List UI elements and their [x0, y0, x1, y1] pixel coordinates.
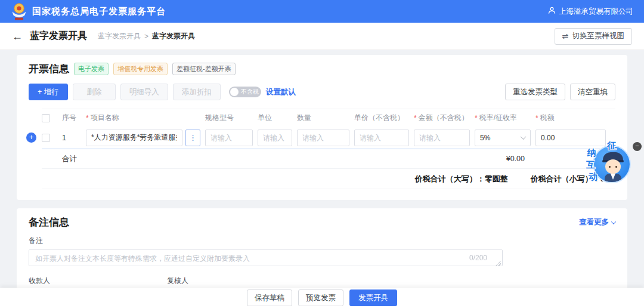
- add-row-label: 增行: [44, 88, 59, 96]
- clear-refill-button[interactable]: 清空重填: [570, 84, 615, 100]
- tag-electronic-invoice: 电子发票: [74, 63, 109, 75]
- sum-row: 价税合计（大写）：零圆整 价税合计（小写）：0.00: [42, 169, 615, 189]
- tax-excluded-toggle[interactable]: 不含税: [229, 87, 261, 97]
- header-item-name: *项目名称: [86, 113, 205, 123]
- switch-view-button[interactable]: ⇌ 切换至票样视图: [555, 28, 632, 45]
- add-discount-button[interactable]: 添加折扣: [173, 84, 221, 100]
- required-mark: *: [535, 114, 538, 122]
- account-menu[interactable]: 上海溢承贸易有限公司: [548, 7, 633, 17]
- delete-button[interactable]: 删除: [73, 84, 116, 100]
- payee-label: 收款人: [29, 276, 167, 286]
- tax-emblem-icon: [11, 2, 27, 20]
- plus-icon: +: [38, 88, 42, 96]
- company-name: 上海溢承贸易有限公司: [559, 7, 633, 17]
- tax-amount-input[interactable]: [535, 130, 606, 146]
- page: 国家税务总局电子发票服务平台 上海溢承贸易有限公司 ← 蓝字发票开具 蓝字发票开…: [0, 0, 644, 308]
- header-unit: 单位: [258, 113, 297, 123]
- widget-char: 纳: [587, 147, 596, 159]
- chevron-down-icon: [611, 219, 616, 224]
- items-toolbar: + 增行 删除 明细导入 添加折扣 不含税 设置默认 重选发票类型 清空重填: [29, 84, 615, 100]
- breadcrumb-separator: >: [144, 32, 148, 41]
- item-name-input[interactable]: [86, 130, 182, 146]
- toggle-label: 不含税: [241, 88, 259, 96]
- brand: 国家税务总局电子发票服务平台: [11, 2, 166, 20]
- view-more-label: 查看更多: [579, 217, 609, 227]
- top-bar: 国家税务总局电子发票服务平台 上海溢承贸易有限公司: [0, 0, 644, 23]
- unit-input[interactable]: [258, 130, 292, 146]
- tax-rate-select[interactable]: 5%: [475, 130, 531, 146]
- widget-minimize-button[interactable]: −: [633, 142, 642, 151]
- table-row: + 1 ⋮ 5%: [42, 127, 615, 149]
- widget-char: 动: [589, 171, 597, 183]
- app-title: 国家税务总局电子发票服务平台: [32, 6, 166, 17]
- page-title: 蓝字发票开具: [30, 30, 87, 42]
- preview-invoice-button[interactable]: 预览发票: [298, 289, 343, 306]
- remark-section-head: 备注信息 查看更多: [29, 215, 615, 229]
- issue-invoice-button[interactable]: 发票开具: [349, 289, 397, 306]
- footer-action-bar: 保存草稿 预览发票 发票开具: [0, 288, 644, 308]
- total-label: 合计: [62, 154, 77, 164]
- import-details-button[interactable]: 明细导入: [120, 84, 168, 100]
- section-title-invoice: 开票信息: [29, 62, 69, 76]
- header-tax-rate: *税率/征收率: [475, 113, 535, 123]
- reselect-invoice-type-button[interactable]: 重选发票类型: [505, 84, 565, 100]
- page-header: ← 蓝字发票开具 蓝字发票开具 > 蓝字发票开具 ⇌ 切换至票样视图: [0, 23, 644, 50]
- tax-interaction-widget[interactable]: 征 纳 互 动: [593, 145, 631, 183]
- char-counter: 0/200: [469, 254, 487, 262]
- unit-price-input[interactable]: [354, 130, 409, 146]
- widget-char: 征: [607, 140, 616, 152]
- widget-char: 互: [586, 159, 595, 171]
- set-default-link[interactable]: 设置默认: [266, 87, 296, 97]
- invoice-section-head: 开票信息 电子发票 增值税专用发票 差额征税-差额开票: [29, 62, 615, 76]
- breadcrumb-current: 蓝字发票开具: [152, 31, 195, 41]
- breadcrumb-parent[interactable]: 蓝字发票开具: [98, 31, 141, 41]
- required-mark: *: [475, 114, 478, 122]
- quantity-input[interactable]: [297, 130, 349, 146]
- totals-row: 合计 ¥0.00 ¥0.00: [42, 149, 615, 169]
- breadcrumb: 蓝字发票开具 > 蓝字发票开具: [98, 31, 195, 41]
- table-header-row: 序号 *项目名称 规格型号 单位 数量 单价（不含税） *金额（不含税） *税率…: [42, 109, 615, 127]
- items-table: 序号 *项目名称 规格型号 单位 数量 单价（不含税） *金额（不含税） *税率…: [29, 109, 615, 189]
- select-all-checkbox[interactable]: [42, 114, 50, 122]
- view-more-link[interactable]: 查看更多: [579, 217, 615, 227]
- header-unit-price: 单价（不含税）: [354, 113, 414, 123]
- resize-handle-icon[interactable]: [496, 261, 501, 266]
- swap-icon: ⇌: [562, 32, 569, 41]
- item-more-options-button[interactable]: ⋮: [185, 130, 200, 146]
- switch-view-label: 切换至票样视图: [572, 31, 625, 41]
- required-mark: *: [414, 114, 417, 122]
- row-index: 1: [62, 134, 86, 142]
- spec-input[interactable]: [205, 130, 253, 146]
- required-mark: *: [86, 114, 89, 122]
- header-spec: 规格型号: [205, 113, 258, 123]
- header-quantity: 数量: [297, 113, 354, 123]
- remark-textarea-wrap: 0/200: [29, 250, 503, 269]
- remark-textarea[interactable]: [29, 250, 503, 266]
- chevron-down-icon: [521, 134, 527, 140]
- remark-label: 备注: [29, 236, 615, 246]
- tag-differential-taxation: 差额征税-差额开票: [172, 63, 236, 75]
- section-title-remark: 备注信息: [29, 215, 69, 229]
- user-icon: [548, 7, 556, 16]
- total-amount: ¥0.00: [506, 155, 525, 163]
- tax-rate-value: 5%: [480, 134, 490, 142]
- header-index: 序号: [62, 113, 86, 123]
- header-amount: *金额（不含税）: [414, 113, 475, 123]
- row-checkbox[interactable]: [42, 134, 50, 142]
- header-tax-amount: *税额: [535, 113, 615, 123]
- add-row-button[interactable]: + 增行: [29, 84, 68, 100]
- back-arrow-icon[interactable]: ←: [12, 31, 23, 42]
- insert-row-button[interactable]: +: [26, 133, 36, 143]
- save-draft-button[interactable]: 保存草稿: [247, 289, 292, 306]
- toggle-knob: [230, 88, 239, 96]
- amount-input[interactable]: [414, 130, 470, 146]
- tag-vat-special-invoice: 增值税专用发票: [113, 63, 168, 75]
- sum-in-words: 价税合计（大写）：零圆整: [415, 174, 508, 184]
- invoice-info-card: 开票信息 电子发票 增值税专用发票 差额征税-差额开票 + 增行 删除 明细导入…: [17, 55, 627, 200]
- reviewer-label: 复核人: [167, 276, 310, 286]
